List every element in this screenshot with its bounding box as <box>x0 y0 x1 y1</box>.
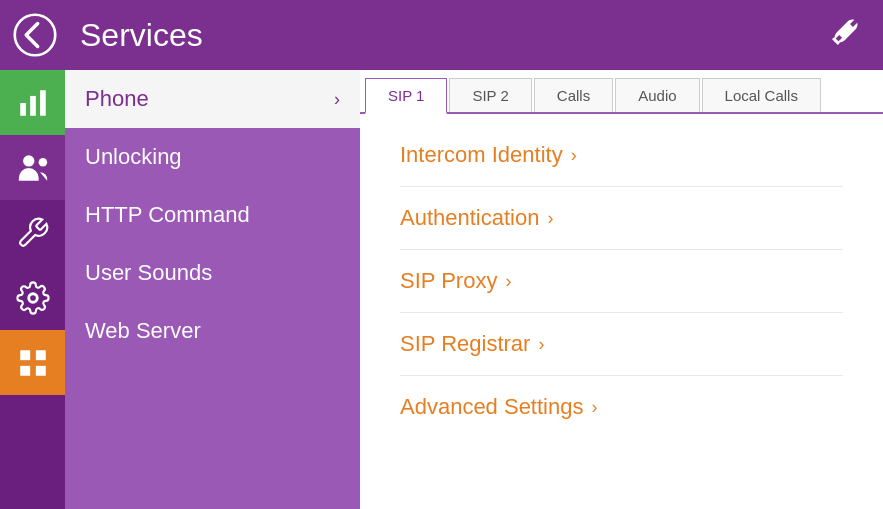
nav-item-unlocking-label: Unlocking <box>85 144 182 169</box>
nav-item-phone-label: Phone <box>85 86 149 112</box>
sidebar-icons <box>0 70 65 509</box>
svg-point-5 <box>38 158 47 167</box>
content-item-sip-registrar[interactable]: SIP Registrar › <box>400 313 843 376</box>
tabs-bar: SIP 1 SIP 2 Calls Audio Local Calls <box>360 70 883 114</box>
content-item-sip-proxy[interactable]: SIP Proxy › <box>400 250 843 313</box>
nav-item-web-server[interactable]: Web Server <box>65 302 360 360</box>
nav-item-sounds-label: User Sounds <box>85 260 212 285</box>
content-item-authentication[interactable]: Authentication › <box>400 187 843 250</box>
main-layout: Phone › Unlocking HTTP Command User Soun… <box>0 70 883 509</box>
content-list: Intercom Identity › Authentication › SIP… <box>360 114 883 509</box>
advanced-settings-label: Advanced Settings <box>400 394 583 420</box>
tab-local-calls[interactable]: Local Calls <box>702 78 821 112</box>
svg-point-4 <box>23 155 34 166</box>
nav-item-http-label: HTTP Command <box>85 202 250 227</box>
nav-item-unlocking[interactable]: Unlocking <box>65 128 360 186</box>
nav-item-webserver-label: Web Server <box>85 318 201 343</box>
svg-rect-1 <box>20 103 26 116</box>
wrench-icon <box>827 14 863 57</box>
page-title: Services <box>70 17 827 54</box>
svg-point-0 <box>15 15 55 55</box>
tab-sip2[interactable]: SIP 2 <box>449 78 531 112</box>
svg-rect-2 <box>30 95 36 115</box>
sip-proxy-chevron: › <box>505 271 511 292</box>
tab-sip1[interactable]: SIP 1 <box>365 78 447 114</box>
sidebar-item-tools[interactable] <box>0 200 65 265</box>
authentication-label: Authentication <box>400 205 539 231</box>
nav-item-http-command[interactable]: HTTP Command <box>65 186 360 244</box>
tab-calls[interactable]: Calls <box>534 78 613 112</box>
sip-registrar-chevron: › <box>538 334 544 355</box>
header: Services <box>0 0 883 70</box>
sidebar-item-users[interactable] <box>0 135 65 200</box>
svg-rect-3 <box>40 90 46 116</box>
sip-proxy-label: SIP Proxy <box>400 268 497 294</box>
sip-registrar-label: SIP Registrar <box>400 331 530 357</box>
left-nav: Phone › Unlocking HTTP Command User Soun… <box>65 70 360 509</box>
sidebar-item-bar-chart[interactable] <box>0 70 65 135</box>
nav-phone-chevron: › <box>334 89 340 110</box>
content-area: SIP 1 SIP 2 Calls Audio Local Calls Inte… <box>360 70 883 509</box>
content-item-intercom-identity[interactable]: Intercom Identity › <box>400 124 843 187</box>
svg-point-6 <box>28 293 37 302</box>
content-item-advanced-settings[interactable]: Advanced Settings › <box>400 376 843 438</box>
tab-audio[interactable]: Audio <box>615 78 699 112</box>
svg-rect-8 <box>35 350 45 360</box>
back-button[interactable] <box>0 0 70 70</box>
advanced-settings-chevron: › <box>591 397 597 418</box>
svg-rect-9 <box>20 365 30 375</box>
sidebar-item-settings[interactable] <box>0 265 65 330</box>
svg-rect-10 <box>35 365 45 375</box>
svg-rect-7 <box>20 350 30 360</box>
sidebar-item-grid[interactable] <box>0 330 65 395</box>
nav-item-phone[interactable]: Phone › <box>65 70 360 128</box>
intercom-identity-label: Intercom Identity <box>400 142 563 168</box>
authentication-chevron: › <box>547 208 553 229</box>
nav-item-user-sounds[interactable]: User Sounds <box>65 244 360 302</box>
intercom-identity-chevron: › <box>571 145 577 166</box>
